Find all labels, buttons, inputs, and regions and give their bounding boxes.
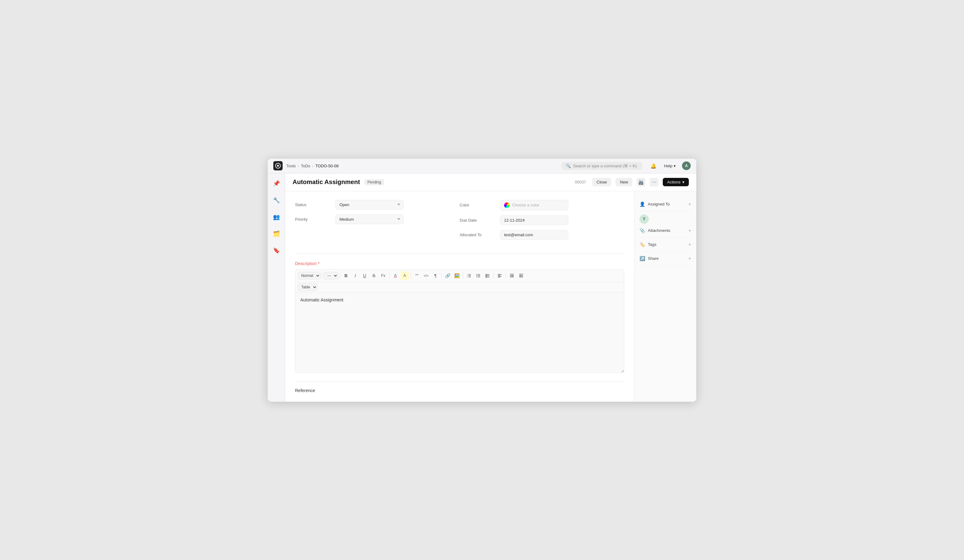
color-field-row: Color Choose a color (460, 200, 624, 211)
color-label: Color (460, 203, 500, 207)
main-layout: 📌 🔧 👥 🗂️ 🔖 Automatic Assignment Pending … (268, 174, 696, 402)
strikethrough-button[interactable]: S (370, 271, 378, 280)
main-content: Status Open Priority (285, 191, 634, 402)
share-plus[interactable]: + (688, 255, 691, 262)
code-button[interactable]: </> (422, 271, 430, 280)
attachments-label: Attachments (648, 228, 670, 233)
assigned-to-section[interactable]: 👤 Assigned To + (640, 197, 691, 211)
status-label: Status (295, 202, 335, 207)
body-split: Status Open Priority (285, 191, 696, 402)
indent-left-button[interactable] (508, 271, 516, 280)
actions-chevron-icon: ▾ (682, 180, 684, 184)
help-button[interactable]: Help ▾ (661, 162, 678, 169)
ordered-list-button[interactable]: 123 (465, 271, 473, 280)
indent-right-button[interactable] (517, 271, 526, 280)
top-bar: Tools › ToDo › TODO-50-08 🔍 Search or ty… (268, 159, 696, 174)
color-wheel-icon (504, 202, 510, 208)
breadcrumb: Tools › ToDo › TODO-50-08 (287, 164, 339, 168)
page-header: Automatic Assignment Pending 00037 Close… (285, 174, 696, 191)
table-select[interactable]: Table (298, 283, 318, 291)
due-date-label: Due Date (460, 218, 500, 222)
allocated-to-input[interactable] (500, 230, 568, 240)
align-left-button[interactable] (495, 271, 504, 280)
italic-button[interactable]: I (351, 271, 360, 280)
assigned-to-label: Assigned To (648, 202, 670, 206)
search-bar[interactable]: 🔍 Search or type a command (⌘ + K) (562, 162, 642, 170)
separator-select[interactable]: --- (324, 272, 338, 279)
notification-icon[interactable]: 🔔 (649, 161, 658, 170)
bold-button[interactable]: B (342, 271, 350, 280)
sidebar-item-calendar[interactable]: 🗂️ (271, 228, 282, 239)
search-icon: 🔍 (566, 164, 571, 168)
assigned-to-plus[interactable]: + (688, 201, 691, 207)
svg-point-1 (277, 165, 279, 167)
due-date-input[interactable] (500, 216, 568, 225)
editor-toolbar: Normal --- B I U S Fx A (295, 269, 624, 282)
tags-plus[interactable]: + (688, 242, 691, 248)
link-button[interactable]: 🔗 (443, 271, 452, 280)
sidebar-item-tools[interactable]: 🔧 (271, 195, 282, 206)
priority-label: Priority (295, 217, 335, 222)
content-area: Automatic Assignment Pending 00037 Close… (285, 174, 696, 402)
tags-label: Tags (648, 242, 656, 247)
format-select[interactable]: Normal (298, 272, 321, 279)
clear-format-button[interactable]: Fx (379, 271, 388, 280)
editor-toolbar-row2: Table (295, 282, 624, 292)
status-field-row: Status Open (295, 200, 460, 209)
sidebar-item-users[interactable]: 👥 (271, 211, 282, 222)
svg-rect-16 (486, 277, 487, 278)
reference-label: Reference (295, 381, 624, 393)
attachments-icon: 📎 (640, 228, 645, 234)
color-text-button[interactable]: A (391, 271, 400, 280)
priority-field-row: Priority Medium (295, 214, 460, 224)
highlight-button[interactable]: A (400, 271, 409, 280)
app-window: Tools › ToDo › TODO-50-08 🔍 Search or ty… (268, 159, 696, 402)
allocated-to-field-row: Allocated To (460, 230, 624, 240)
blockquote-button[interactable]: “” (412, 271, 421, 280)
svg-point-8 (476, 274, 477, 274)
chevron-down-icon: ▾ (674, 164, 676, 168)
editor-body[interactable]: Automatic Assignment (295, 292, 624, 373)
editor-content: Automatic Assignment (300, 297, 344, 302)
svg-point-9 (476, 275, 477, 276)
sidebar: 📌 🔧 👥 🗂️ 🔖 (268, 174, 285, 402)
more-icon[interactable]: ··· (650, 178, 658, 187)
unordered-list-button[interactable] (474, 271, 483, 280)
status-badge: Pending (364, 179, 384, 185)
right-panel: 👤 Assigned To + T 📎 Attachments + (634, 191, 696, 402)
actions-button[interactable]: Actions ▾ (663, 178, 689, 186)
svg-point-10 (476, 276, 477, 277)
search-placeholder: Search or type a command (⌘ + K) (573, 164, 637, 168)
share-section[interactable]: ↗️ Share + (640, 252, 691, 266)
tags-icon: 🏷️ (640, 242, 645, 247)
breadcrumb-tools[interactable]: Tools (287, 164, 296, 168)
description-label: Description * (295, 261, 624, 266)
header-id: 00037 (575, 180, 586, 184)
breadcrumb-todo[interactable]: ToDo (301, 164, 310, 168)
sidebar-item-pin[interactable]: 📌 (271, 178, 282, 189)
breadcrumb-current[interactable]: TODO-50-08 (315, 164, 339, 168)
paragraph-button[interactable]: ¶ (431, 271, 440, 280)
sidebar-item-tag[interactable]: 🔖 (271, 245, 282, 256)
page-title: Automatic Assignment (293, 179, 360, 186)
underline-button[interactable]: U (360, 271, 369, 280)
print-icon[interactable]: 🖨️ (637, 178, 645, 187)
priority-select[interactable]: Medium (335, 214, 404, 224)
status-select[interactable]: Open (335, 200, 404, 209)
share-icon: ↗️ (640, 256, 645, 261)
color-picker[interactable]: Choose a color (500, 200, 568, 211)
allocated-to-label: Allocated To (460, 232, 500, 237)
avatar[interactable]: A (682, 161, 691, 170)
attachments-section[interactable]: 📎 Attachments + (640, 224, 691, 238)
assigned-to-icon: 👤 (640, 201, 645, 207)
new-button[interactable]: New (616, 178, 632, 186)
checklist-button[interactable] (483, 271, 492, 280)
fields-grid: Status Open Priority (295, 200, 624, 245)
svg-rect-14 (486, 274, 487, 275)
close-button[interactable]: Close (592, 178, 611, 186)
attachments-plus[interactable]: + (688, 227, 691, 234)
share-label: Share (648, 256, 659, 261)
image-button[interactable]: 🖼️ (453, 271, 461, 280)
app-logo (273, 161, 283, 170)
tags-section[interactable]: 🏷️ Tags + (640, 238, 691, 252)
